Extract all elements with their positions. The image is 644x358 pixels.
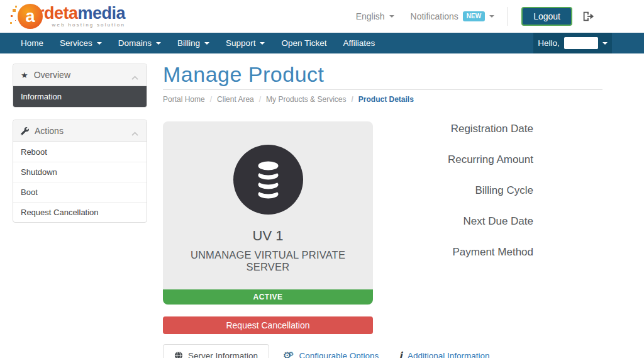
nav-item-services[interactable]: Services <box>52 33 110 53</box>
overview-panel-header[interactable]: ★ Overview <box>13 64 147 86</box>
tab-configurable-options[interactable]: ⚙⚙ Configurable Options <box>269 344 391 358</box>
breadcrumb-client-area[interactable]: Client Area <box>205 95 254 104</box>
product-details-column: Registration Date Recurring Amount Billi… <box>373 121 602 334</box>
recurring-amount-label: Recurring Amount <box>386 154 533 166</box>
product-type-badge <box>233 145 303 215</box>
action-item-shutdown[interactable]: Shutdown <box>13 162 147 182</box>
info-icon: i <box>399 351 402 358</box>
action-item-boot[interactable]: Boot <box>13 182 147 202</box>
notifications-menu[interactable]: Notifications NEW <box>411 11 495 21</box>
sidebar: ★ Overview Information Actions Reboot Sh… <box>13 64 147 235</box>
detail-row: Next Due Date <box>386 215 602 228</box>
detail-row: Registration Date <box>386 123 602 135</box>
gears-icon: ⚙⚙ <box>283 351 294 358</box>
nav-item-affiliates[interactable]: Affiliates <box>335 33 383 53</box>
brand-name-orange: rdeta <box>38 4 78 23</box>
top-header: a rdetamedia web hosting solution Englis… <box>0 0 644 33</box>
actions-panel-title: Actions <box>35 126 64 136</box>
payment-method-label: Payment Method <box>386 246 533 259</box>
chevron-down-icon <box>204 42 209 45</box>
payment-method-value <box>533 246 602 259</box>
nav-item-open-ticket[interactable]: Open Ticket <box>273 33 335 53</box>
chevron-down-icon <box>602 42 608 45</box>
actions-panel: Actions Reboot Shutdown Boot Request Can… <box>13 120 147 223</box>
registration-date-value <box>533 123 602 135</box>
tab-server-information[interactable]: Server Information <box>163 344 269 358</box>
detail-row: Billing Cycle <box>386 184 602 197</box>
new-badge: NEW <box>463 11 485 21</box>
chevron-down-icon <box>389 15 394 18</box>
breadcrumb-my-products[interactable]: My Products & Services <box>254 95 347 104</box>
nav-item-home[interactable]: Home <box>13 33 52 53</box>
brand-logo-text: rdetamedia web hosting solution <box>38 5 125 28</box>
tab-additional-information[interactable]: i Additional Information <box>391 344 498 358</box>
billing-cycle-label: Billing Cycle <box>386 184 533 197</box>
sidebar-item-information[interactable]: Information <box>13 86 147 107</box>
greeting-label: Hello, <box>538 38 560 48</box>
username-redacted <box>564 37 598 49</box>
database-icon <box>253 160 283 199</box>
chevron-down-icon <box>260 42 265 45</box>
title-divider <box>163 89 602 90</box>
product-tabs: Server Information ⚙⚙ Configurable Optio… <box>163 344 602 358</box>
header-controls: English Notifications NEW Logout <box>356 7 594 26</box>
next-due-date-label: Next Due Date <box>386 215 533 228</box>
brand-tagline: web hosting solution <box>38 22 125 28</box>
chevron-up-icon <box>131 72 139 82</box>
globe-icon <box>174 351 183 358</box>
overview-panel-title: Overview <box>34 70 70 80</box>
chevron-down-icon <box>489 15 494 18</box>
user-menu[interactable]: Hello, <box>533 33 612 53</box>
header-divider <box>508 7 508 26</box>
brand-initial: a <box>25 8 35 25</box>
product-card: UV 1 UNMANAGE VIRTUAL PRIVATE SERVER ACT… <box>163 121 373 305</box>
brand-logo[interactable]: a rdetamedia web hosting solution <box>18 4 125 29</box>
brand-name-blue: media <box>78 4 126 23</box>
language-label: English <box>356 11 385 21</box>
breadcrumb-portal-home[interactable]: Portal Home <box>163 95 205 104</box>
product-group-name: UNMANAGE VIRTUAL PRIVATE SERVER <box>172 249 364 273</box>
nav-item-domains[interactable]: Domains <box>110 33 169 53</box>
main-content: Manage Product Portal Home Client Area M… <box>163 62 602 358</box>
detail-row: Payment Method <box>386 246 602 259</box>
product-name: UV 1 <box>172 228 364 244</box>
language-selector[interactable]: English <box>356 11 394 21</box>
nav-item-support[interactable]: Support <box>218 33 273 53</box>
product-overview-row: UV 1 UNMANAGE VIRTUAL PRIVATE SERVER ACT… <box>163 121 602 334</box>
chevron-down-icon <box>156 42 161 45</box>
chevron-down-icon <box>97 42 102 45</box>
logout-button[interactable]: Logout <box>521 7 572 26</box>
breadcrumb: Portal Home Client Area My Products & Se… <box>163 95 602 104</box>
request-cancellation-button[interactable]: Request Cancellation <box>163 316 373 334</box>
product-column: UV 1 UNMANAGE VIRTUAL PRIVATE SERVER ACT… <box>163 121 373 334</box>
actions-panel-header[interactable]: Actions <box>13 120 147 142</box>
main-navbar: Home Services Domains Billing Support Op… <box>0 33 644 53</box>
action-item-request-cancellation[interactable]: Request Cancellation <box>13 202 147 222</box>
billing-cycle-value <box>533 184 602 197</box>
nav-item-billing[interactable]: Billing <box>169 33 218 53</box>
chevron-up-icon <box>131 128 139 138</box>
recurring-amount-value <box>533 154 602 166</box>
registration-date-label: Registration Date <box>386 123 533 135</box>
notifications-label: Notifications <box>411 11 458 21</box>
action-item-reboot[interactable]: Reboot <box>13 142 147 162</box>
overview-panel: ★ Overview Information <box>13 64 147 108</box>
detail-row: Recurring Amount <box>386 154 602 166</box>
brand-logo-icon: a <box>18 4 43 29</box>
star-icon: ★ <box>21 71 28 79</box>
page-title: Manage Product <box>163 62 602 86</box>
next-due-date-value <box>533 215 602 228</box>
breadcrumb-product-details: Product Details <box>346 95 413 104</box>
wrench-icon <box>21 127 29 135</box>
status-badge: ACTIVE <box>163 289 373 305</box>
sign-out-icon[interactable] <box>582 11 594 22</box>
